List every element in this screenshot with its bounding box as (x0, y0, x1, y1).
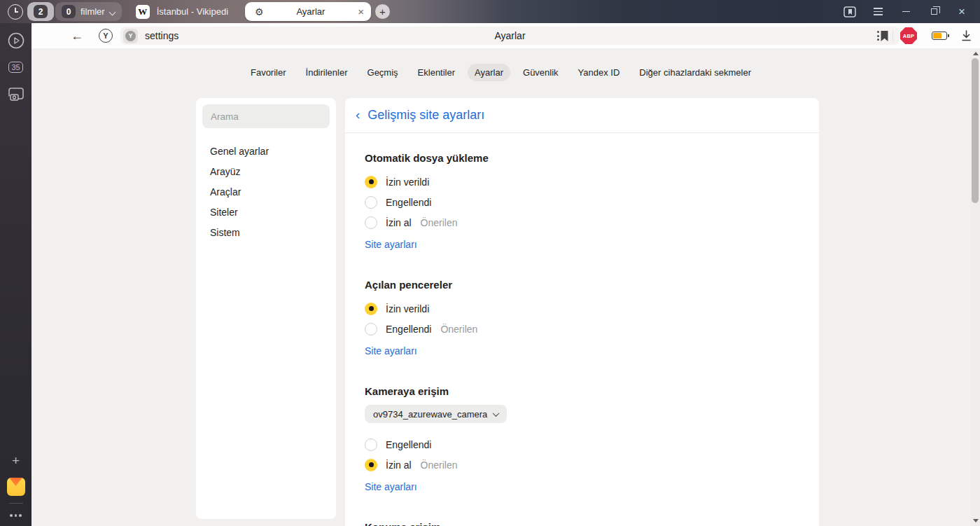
abp-badge-icon: ABP (900, 27, 917, 44)
gear-icon: ⚙ (255, 7, 264, 17)
page-title: Gelişmiş site ayarları (368, 108, 484, 123)
radio-unselected-icon[interactable] (365, 216, 377, 229)
plus-icon: + (12, 454, 20, 467)
site-settings-link[interactable]: Site ayarları (365, 236, 417, 253)
scrollbar-down-arrow[interactable] (973, 519, 979, 522)
menu-item-sistem[interactable]: Sistem (196, 222, 336, 242)
tab-group-label: filmler (80, 6, 105, 17)
mail-icon (7, 478, 25, 496)
tab-group-count-badge: 2 (34, 5, 48, 18)
scrollbar-thumb[interactable] (972, 58, 979, 203)
tab-group[interactable]: 2 0 filmler (27, 2, 122, 21)
nav-tab-i-ndirilenler[interactable]: İndirilenler (299, 64, 355, 81)
radio-option[interactable]: İzin alÖnerilen (365, 455, 799, 475)
downloads-button[interactable] (955, 23, 976, 48)
dropdown-value: ov9734_azurewave_camera (373, 409, 487, 420)
site-settings-link[interactable]: Site ayarları (365, 342, 417, 359)
radio-option[interactable]: Engellendi (365, 434, 799, 455)
section-title: Konuma erişim (365, 520, 799, 526)
radio-unselected-icon[interactable] (365, 323, 377, 335)
wikipedia-favicon: W (136, 5, 150, 19)
menu-item-aray-z[interactable]: Arayüz (196, 161, 336, 181)
panel-bookmark-icon (844, 6, 856, 18)
nav-tab-di-er-cihazlardaki-sekmeler[interactable]: Diğer cihazlardaki sekmeler (632, 64, 758, 81)
nav-tab-ayarlar[interactable]: Ayarlar (468, 64, 510, 81)
tab-group-count-segment[interactable]: 2 (27, 2, 54, 21)
ellipsis-icon (10, 514, 22, 517)
radio-label: Engellendi (386, 324, 431, 335)
section-title: Kameraya erişim (365, 385, 799, 399)
section: Konuma erişimİzin verildi (365, 520, 799, 526)
restore-icon (931, 8, 937, 15)
advanced-site-settings-header[interactable]: ‹ Gelişmiş site ayarları (345, 98, 819, 133)
radio-unselected-icon[interactable] (365, 438, 377, 451)
video-play-button[interactable] (0, 27, 31, 54)
window-close-button[interactable]: × (948, 0, 976, 23)
play-circle-icon (8, 32, 24, 49)
yandex-mail-button[interactable] (0, 473, 31, 500)
nav-tab-favoriler[interactable]: Favoriler (244, 64, 293, 81)
radio-option[interactable]: İzin verildi (365, 172, 799, 192)
screenshot-button[interactable] (0, 81, 31, 107)
menu-item-ara-lar[interactable]: Araçlar (196, 181, 336, 202)
recommended-badge: Önerilen (421, 217, 458, 228)
sidebar-panel-toggle[interactable] (836, 0, 864, 23)
nav-tab-eklentiler[interactable]: Eklentiler (411, 64, 462, 81)
tab-group-sub-badge: 0 (62, 5, 76, 18)
radio-option[interactable]: Engellendi (365, 192, 799, 212)
battery-icon (932, 32, 947, 40)
radio-label: İzin verildi (386, 303, 429, 314)
browser-menu-button[interactable] (864, 0, 892, 23)
tab-bar: 2 0 filmler W İstanbul - Vikipedi ⚙ Ayar… (0, 0, 980, 23)
menu-item-siteler[interactable]: Siteler (196, 202, 336, 222)
menu-item-genel-ayarlar[interactable]: Genel ayarlar (196, 141, 336, 161)
settings-sections: Otomatik dosya yüklemeİzin verildiEngell… (345, 151, 819, 526)
radio-selected-icon[interactable] (365, 459, 377, 471)
settings-search-input[interactable] (202, 104, 330, 128)
window-restore-button[interactable] (920, 0, 948, 23)
radio-option[interactable]: İzin verildi (365, 298, 799, 319)
tab-ayarlar-active[interactable]: ⚙ Ayarlar × (245, 2, 371, 21)
address-page-title: Ayarlar (120, 30, 899, 41)
radio-label: İzin al (386, 459, 412, 471)
battery-saver-button[interactable] (927, 23, 951, 48)
radio-option[interactable]: EngellendiÖnerilen (365, 319, 799, 339)
close-icon: × (958, 6, 965, 18)
section-title: Açılan pencereler (365, 278, 799, 292)
camera-device-dropdown[interactable]: ov9734_azurewave_camera (365, 405, 507, 423)
nav-tab-g-venlik[interactable]: Güvenlik (516, 64, 566, 81)
radio-label: Engellendi (386, 439, 431, 450)
back-button[interactable]: ← (66, 23, 88, 48)
address-bar[interactable]: Y settings Ayarlar (120, 27, 899, 45)
extensions-menu-button[interactable] (869, 23, 887, 48)
sidebar-add-button[interactable]: + (0, 447, 31, 473)
tab-close-icon[interactable]: × (358, 6, 364, 17)
tab-istanbul-vikipedi[interactable]: W İstanbul - Vikipedi (136, 5, 228, 19)
site-settings-link[interactable]: Site ayarları (365, 478, 417, 495)
page-scrollbar[interactable] (970, 48, 980, 526)
settings-sidebar-panel: Genel ayarlarArayüzAraçlarSitelerSistem (196, 98, 336, 519)
nav-tab-yandex-id[interactable]: Yandex ID (571, 64, 627, 81)
sidebar-more-button[interactable] (0, 505, 31, 526)
radio-label: İzin verildi (386, 177, 429, 188)
settings-menu-list: Genel ayarlarArayüzAraçlarSitelerSistem (196, 141, 336, 242)
section: Kameraya erişimov9734_azurewave_cameraEn… (365, 385, 799, 495)
yandex-home-button[interactable]: Y (96, 23, 115, 48)
app-sidebar: 35 + (0, 23, 31, 526)
radio-option[interactable]: İzin alÖnerilen (365, 212, 799, 233)
section: Otomatik dosya yüklemeİzin verildiEngell… (365, 151, 799, 253)
tab-group-filmler[interactable]: 0 filmler (55, 2, 122, 21)
tabs-counter-button[interactable]: 35 (0, 54, 31, 81)
nav-tab-ge-mi-[interactable]: Geçmiş (360, 64, 405, 81)
window-minimize-button[interactable] (892, 0, 920, 23)
back-chevron-icon[interactable]: ‹ (356, 108, 360, 121)
adblock-plus-button[interactable]: ABP (898, 23, 919, 48)
new-tab-button[interactable]: + (375, 4, 390, 19)
radio-selected-icon[interactable] (365, 303, 377, 315)
download-icon (960, 29, 972, 42)
radio-unselected-icon[interactable] (365, 196, 377, 209)
tab-title: İstanbul - Vikipedi (157, 6, 228, 17)
history-clock-icon[interactable] (8, 4, 23, 20)
scrollbar-up-arrow[interactable] (973, 52, 979, 55)
radio-selected-icon[interactable] (365, 176, 377, 188)
